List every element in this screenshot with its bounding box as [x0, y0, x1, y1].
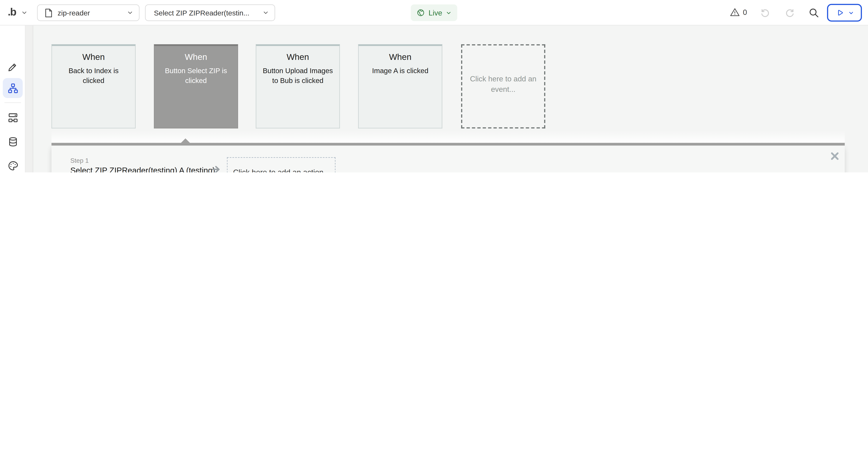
- canvas-fade: [52, 131, 845, 143]
- play-icon: [835, 8, 844, 17]
- element-selector-value: Select ZIP ZIPReader(testin...: [154, 9, 262, 17]
- bubble-editor-window: .b zip-reader Select ZIP ZIPReader(testi…: [0, 0, 868, 172]
- issues-count: 0: [743, 8, 747, 16]
- event-card-image-a[interactable]: When Image A is clicked: [358, 44, 442, 128]
- sidebar-item-data[interactable]: [3, 132, 23, 152]
- redo-icon[interactable]: [784, 7, 796, 18]
- event-card-button-select-zip[interactable]: When Button Select ZIP is clicked: [154, 44, 238, 128]
- top-toolbar: .b zip-reader Select ZIP ZIPReader(testi…: [0, 0, 868, 26]
- issues-indicator[interactable]: 0: [730, 7, 747, 17]
- element-selector-dropdown[interactable]: Select ZIP ZIPReader(testin...: [145, 4, 275, 21]
- globe-icon: [416, 8, 425, 17]
- left-nav-sidebar: ?: [0, 26, 26, 172]
- event-card-body: Back to Index is clicked: [52, 66, 135, 86]
- page-icon: [44, 8, 53, 18]
- sidebar-item-design[interactable]: [3, 57, 23, 76]
- add-event-placeholder[interactable]: Click here to add an event...: [461, 44, 545, 128]
- add-action-label: Click here to add an action...: [233, 168, 330, 172]
- step-number-label: Step 1: [70, 157, 89, 164]
- page-selector-dropdown[interactable]: zip-reader: [37, 4, 140, 21]
- pencil-icon: [7, 61, 19, 72]
- chevron-down-icon: [446, 10, 452, 16]
- chevron-down-icon: [262, 9, 269, 16]
- event-card-body: Button Select ZIP is clicked: [155, 66, 238, 86]
- sidebar-divider: [4, 102, 21, 103]
- step-title[interactable]: Select ZIP ZIPReader(testing) A (testing…: [70, 166, 215, 172]
- database-icon: [7, 136, 19, 148]
- event-card-title: When: [155, 52, 238, 62]
- action-steps-panel: Step 1 Select ZIP ZIPReader(testing) A (…: [52, 146, 845, 172]
- environment-switcher[interactable]: Live: [411, 4, 457, 21]
- close-icon[interactable]: [830, 151, 840, 161]
- environment-label: Live: [429, 9, 442, 17]
- workflow-tree-icon: [7, 82, 19, 94]
- palette-icon: [7, 160, 19, 171]
- chevron-down-icon[interactable]: [21, 9, 28, 16]
- add-event-label: Click here to add an event...: [462, 74, 544, 95]
- server-icon: [7, 112, 19, 123]
- sidebar-item-workflow[interactable]: [3, 78, 23, 98]
- chevron-down-icon: [127, 9, 133, 16]
- sidebar-gutter: [26, 26, 33, 172]
- event-card-back-to-index[interactable]: When Back to Index is clicked: [52, 44, 135, 128]
- page-selector-value: zip-reader: [58, 9, 127, 17]
- event-card-title: When: [256, 52, 339, 62]
- undo-icon[interactable]: [760, 7, 771, 18]
- sidebar-item-styles[interactable]: [3, 156, 23, 172]
- warning-icon: [730, 7, 740, 17]
- chevron-down-icon: [848, 10, 854, 16]
- event-card-title: When: [52, 52, 135, 62]
- actions-scrollbar[interactable]: [52, 143, 845, 146]
- event-card-body: Button Upload Images to Bub is clicked: [256, 66, 339, 86]
- add-action-placeholder[interactable]: Click here to add an action...: [227, 157, 336, 172]
- sidebar-item-backend-workflows[interactable]: [3, 107, 23, 127]
- preview-run-button[interactable]: [827, 4, 862, 22]
- event-card-button-upload-images[interactable]: When Button Upload Images to Bub is clic…: [256, 44, 340, 128]
- step-arrow-icon: [210, 164, 221, 172]
- event-card-body: Image A is clicked: [359, 66, 442, 76]
- bubble-logo[interactable]: .b: [8, 6, 16, 18]
- event-card-title: When: [359, 52, 442, 62]
- search-icon[interactable]: [808, 7, 819, 18]
